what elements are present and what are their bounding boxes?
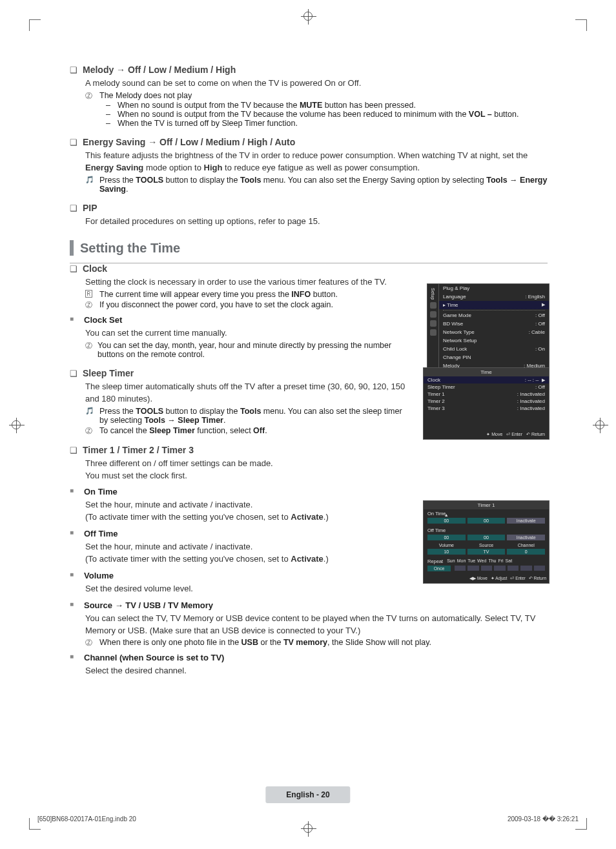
source-desc: You can select the TV, TV Memory or USB … xyxy=(85,613,548,637)
move-icon: ✦ Move xyxy=(486,432,502,437)
tools-icon: 🎵 xyxy=(85,176,94,194)
timers-d1: Three different on / off timer settings … xyxy=(85,458,548,470)
osd-timer1-menu: Timer 1 On Time ▲0000Inactivate Off Time… xyxy=(423,500,549,584)
return-icon: ↶ Return xyxy=(529,576,546,581)
return-icon: ↶ Return xyxy=(526,432,545,437)
remote-icon: 🅁 xyxy=(85,290,94,299)
small-square-icon: ■ xyxy=(70,529,79,538)
ontime-1: Set the hour, minute and activate / inac… xyxy=(85,499,412,511)
pip-title: PIP xyxy=(83,203,98,213)
clock-title: Clock xyxy=(83,263,107,274)
clockset-desc: You can set the current time manually. xyxy=(85,327,412,340)
clockset-note: You can set the day, month, year, hour a… xyxy=(98,341,412,359)
clockset-title: Clock Set xyxy=(84,315,122,325)
clock-n1: The current time will appear every time … xyxy=(99,290,338,299)
sleep-tool: Press the TOOLS button to display the To… xyxy=(99,407,412,425)
note-icon: Ⓩ xyxy=(85,91,94,101)
square-bullet-icon: ❑ xyxy=(70,138,77,147)
section-heading-time: Setting the Time xyxy=(70,240,548,256)
section-title: Setting the Time xyxy=(80,241,548,256)
channel-title: Channel (when Source is set to TV) xyxy=(84,653,224,662)
melody-b2: When no sound is output from the TV beca… xyxy=(118,110,518,119)
clock-n2: If you disconnect the power cord, you ha… xyxy=(99,300,333,310)
osd-title: Time xyxy=(424,368,549,376)
note-icon: Ⓩ xyxy=(85,426,94,436)
chevron-right-icon: ▶ xyxy=(542,302,545,308)
square-bullet-icon: ❑ xyxy=(70,445,77,455)
melody-title: Melody → Off / Low / Medium / High xyxy=(83,65,236,75)
osd-row: Plug & Play xyxy=(443,285,469,291)
enter-icon: ⏎ Enter xyxy=(510,576,525,581)
square-bullet-icon: ❑ xyxy=(70,203,77,213)
offtime-1: Set the hour, minute and activate / inac… xyxy=(85,541,412,553)
ontime-title: On Time xyxy=(84,487,118,496)
note-icon: Ⓩ xyxy=(85,638,94,648)
page-footer-label: English - 20 xyxy=(265,786,350,803)
tools-icon: 🎵 xyxy=(85,407,94,425)
square-bullet-icon: ❑ xyxy=(70,369,77,378)
square-bullet-icon: ❑ xyxy=(70,65,77,75)
section-sleep: ❑Sleep Timer The sleep timer automatical… xyxy=(70,368,412,436)
dash-icon: – xyxy=(106,110,112,119)
osd-setup-menu: Setup Plug & Play Language: English ▸ Ti… xyxy=(427,283,549,371)
offtime-2: (To activate timer with the setting you'… xyxy=(85,553,412,566)
melody-b1: When no sound is output from the TV beca… xyxy=(118,101,416,110)
heading-bar-icon xyxy=(70,240,74,256)
source-note: When there is only one photo file in the… xyxy=(99,638,431,648)
offtime-label: Off Time xyxy=(424,526,549,535)
sleep-desc: The sleep timer automatically shuts off … xyxy=(85,381,412,405)
adjust-icon: ✦ Adjust xyxy=(491,576,508,581)
imposition-timestamp: 2009-03-18 �� 3:26:21 xyxy=(508,815,579,823)
volume-title: Volume xyxy=(84,571,114,580)
melody-desc: A melody sound can be set to come on whe… xyxy=(85,77,548,90)
energy-desc: This feature adjusts the brightness of t… xyxy=(85,150,548,174)
move-icon: ◀▶ Move xyxy=(469,576,488,581)
volume-desc: Set the desired volume level. xyxy=(85,583,412,595)
ontime-label: On Time xyxy=(424,509,549,518)
channel-desc: Select the desired channel. xyxy=(85,665,548,677)
sleep-cancel: To cancel the Sleep Timer function, sele… xyxy=(99,426,267,436)
registration-mark-icon xyxy=(12,420,21,429)
crop-mark xyxy=(575,19,587,31)
section-clock: ❑Clock Setting the clock is necessary in… xyxy=(70,263,412,359)
osd-time-menu: Time Clock: -- : -- ▶ Sleep Timer: Off T… xyxy=(423,367,549,440)
registration-mark-icon xyxy=(595,420,604,429)
pip-desc: For detailed procedures on setting up op… xyxy=(85,216,548,228)
note-icon: Ⓩ xyxy=(85,341,92,359)
osd-row: Language xyxy=(443,294,466,300)
small-square-icon: ■ xyxy=(70,487,79,496)
square-bullet-icon: ❑ xyxy=(70,264,77,274)
chevron-right-icon: ▶ xyxy=(542,378,545,382)
section-pip: ❑PIP For detailed procedures on setting … xyxy=(70,203,548,228)
dash-icon: – xyxy=(106,119,112,128)
chevron-up-icon: ▲ xyxy=(444,513,449,517)
sleep-title: Sleep Timer xyxy=(83,368,134,378)
timers-title: Timer 1 / Timer 2 / Timer 3 xyxy=(83,445,194,455)
icon xyxy=(430,320,436,327)
source-title: Source → TV / USB / TV Memory xyxy=(84,600,213,610)
section-melody: ❑Melody → Off / Low / Medium / High A me… xyxy=(70,65,548,128)
icon xyxy=(430,311,436,318)
offtime-title: Off Time xyxy=(84,529,118,538)
melody-b3: When the TV is turned off by Sleep Timer… xyxy=(118,119,298,128)
small-square-icon: ■ xyxy=(70,571,79,580)
icon xyxy=(430,329,436,336)
registration-mark-icon xyxy=(303,824,313,833)
small-square-icon: ■ xyxy=(70,600,79,610)
note-icon: Ⓩ xyxy=(85,300,94,310)
osd-title: Timer 1 xyxy=(424,501,549,509)
dash-icon: – xyxy=(106,101,112,110)
small-square-icon: ■ xyxy=(70,315,79,325)
osd-side-label: Setup xyxy=(431,288,435,300)
ontime-2: (To activate timer with the setting you'… xyxy=(85,511,412,524)
crop-mark xyxy=(29,19,41,31)
enter-icon: ⏎ Enter xyxy=(506,432,522,437)
registration-mark-icon xyxy=(303,12,313,21)
timers-d2: You must set the clock first. xyxy=(85,470,548,482)
gear-icon xyxy=(430,302,436,309)
clock-desc: Setting the clock is necessary in order … xyxy=(85,276,412,289)
imposition-filename: [650]BN68-02017A-01Eng.indb 20 xyxy=(37,815,136,823)
section-energy: ❑Energy Saving → Off / Low / Medium / Hi… xyxy=(70,137,548,194)
energy-tool: Press the TOOLS button to display the To… xyxy=(99,176,548,194)
melody-note: The Melody does not play xyxy=(99,91,192,101)
